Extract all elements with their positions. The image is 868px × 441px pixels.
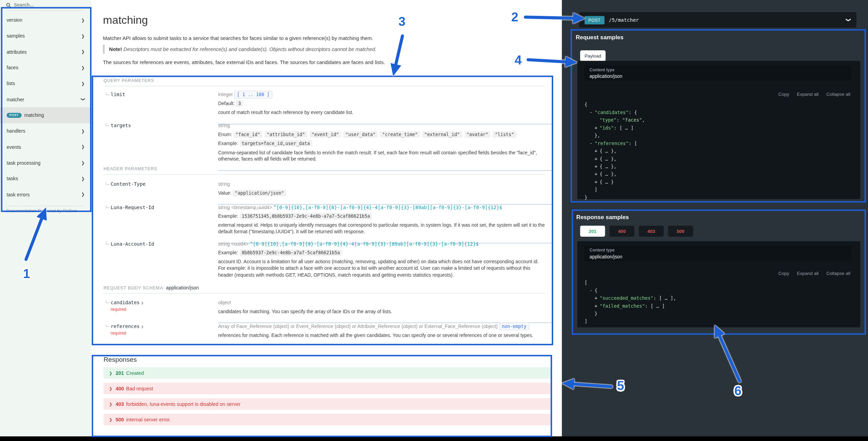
expand-toggle-icon[interactable]: + (595, 164, 597, 169)
expand-toggle-icon[interactable]: + (595, 156, 597, 162)
tab-payload[interactable]: Payload (580, 50, 606, 61)
expand-toggle-icon[interactable]: + (595, 125, 597, 131)
collapse-toggle-icon[interactable]: - (590, 141, 592, 146)
response-row-400[interactable]: ❯400Bad request (103, 383, 552, 394)
expand-toggle-icon[interactable]: + (595, 295, 597, 301)
method-badge: POST (585, 16, 605, 24)
json-punctuation: ] (585, 319, 587, 324)
code-line: +"succeeded_matches": [ … ], (585, 294, 676, 302)
code-action[interactable]: Collapse all (826, 270, 850, 276)
response-sample-tab-201[interactable]: 201 (580, 226, 605, 237)
sidebar-item-handlers[interactable]: handlers❯ (0, 123, 91, 139)
param-type: string <timestamp,uuid4> (218, 205, 272, 210)
tree-tick-icon (106, 242, 110, 244)
collapse-toggle-icon[interactable]: - (590, 288, 592, 293)
sidebar-item-label: handlers (7, 129, 25, 134)
response-code: 201 (116, 370, 124, 376)
responses-section: Responses ❯201Created❯400Bad request❯403… (103, 356, 552, 425)
code-action[interactable]: Expand all (797, 270, 819, 276)
code-line: } (585, 194, 645, 201)
sidebar-item-label: lists (7, 81, 15, 86)
response-sample-json: [-{+"succeeded_matches": [ … ],+"failed_… (585, 279, 676, 325)
main-content: matching Matcher API allows to submit ta… (91, 0, 562, 437)
sidebar-item-label: attributes (7, 49, 27, 54)
expand-toggle-icon[interactable]: + (595, 172, 597, 177)
code-line: } (585, 310, 676, 317)
sidebar-item-label: task errors (7, 192, 30, 197)
sidebar-item-attributes[interactable]: attributes❯ (0, 44, 91, 60)
param-name: limit (111, 92, 125, 97)
sidebar-item-matching[interactable]: POSTmatching (0, 107, 91, 123)
example-label: Example: (218, 250, 238, 256)
sidebar-item-task-processing[interactable]: task processing❯ (0, 155, 91, 171)
json-punctuation: : [ … ] (645, 303, 665, 309)
expand-toggle-icon[interactable]: + (595, 148, 597, 154)
code-action[interactable]: Expand all (797, 91, 819, 97)
expand-toggle-icon[interactable]: + (595, 303, 597, 309)
response-sample-tabs: 201400403500 (580, 226, 693, 237)
sidebar-item-events[interactable]: events❯ (0, 139, 91, 155)
json-punctuation: , (642, 117, 645, 123)
response-text: Created (126, 370, 144, 376)
param-description: external request id. Helps to uniquely i… (218, 223, 545, 236)
field-description: references for matching. Each reference … (218, 332, 545, 339)
response-row-201[interactable]: ❯201Created (103, 367, 552, 379)
expand-chevron-icon[interactable]: ❯ (141, 325, 143, 329)
code-line: "type": "faces", (585, 116, 645, 124)
sidebar-item-label: samples (7, 33, 25, 39)
request-code-actions: CopyExpand allCollapse all (778, 91, 850, 97)
param-row-luna-account-id: Luna-Account-Id string <uuid4> ^[0-9]{10… (103, 241, 552, 286)
code-line: +{ … }, (585, 163, 645, 170)
expand-toggle-icon[interactable]: + (595, 179, 597, 185)
enum-label: Enum: (218, 132, 232, 137)
enum-value-chip: "user_data" (343, 131, 378, 138)
response-sample-tab-500[interactable]: 500 (668, 226, 693, 237)
sidebar-item-tasks[interactable]: tasks❯ (0, 171, 91, 187)
chevron-right-icon: ❯ (81, 129, 84, 133)
tree-tick-icon (106, 324, 110, 327)
code-action[interactable]: Collapse all (826, 91, 850, 97)
code-line: +"failed_matches": [ … ] (585, 302, 676, 309)
intro-text: Matcher API allows to submit tasks to a … (103, 35, 491, 41)
post-method-badge: POST (7, 113, 21, 118)
param-description: count of match result for each reference… (218, 110, 545, 116)
chevron-right-icon: ❯ (81, 49, 84, 54)
json-punctuation: : [ … ] (614, 125, 634, 131)
response-text: internal server error. (126, 417, 171, 422)
response-sample-tab-403[interactable]: 403 (639, 226, 664, 237)
code-line: ] (585, 317, 676, 325)
sidebar-item-lists[interactable]: lists❯ (0, 76, 91, 92)
code-line: +"ids": [ … ] (585, 124, 645, 132)
code-action[interactable]: Copy (778, 91, 789, 97)
sidebar-item-task-errors[interactable]: task errors❯ (0, 187, 91, 203)
request-samples-heading: Request samples (576, 34, 623, 40)
sidebar-item-samples[interactable]: samples❯ (0, 28, 91, 44)
chevron-right-icon: ❯ (81, 81, 84, 86)
field-row-references: references❯ required Array of Face_Refer… (103, 324, 552, 347)
response-sample-tab-400[interactable]: 400 (609, 226, 634, 237)
param-name: Luna-Account-Id (111, 241, 154, 247)
expand-chevron-icon[interactable]: ❯ (141, 301, 143, 305)
field-description: candidates for matching. You can specify… (218, 309, 545, 315)
param-description: account ID. Account is a limitation for … (218, 259, 545, 279)
json-punctuation: : [ … ], (654, 295, 676, 301)
response-row-500[interactable]: ❯500internal server error. (103, 414, 552, 425)
collapse-toggle-icon[interactable]: - (590, 110, 592, 115)
search-input[interactable] (14, 2, 75, 8)
code-line: +{ … }, (585, 147, 645, 155)
sidebar-item-version[interactable]: version❯ (0, 12, 91, 28)
sidebar-item-faces[interactable]: faces❯ (0, 60, 91, 75)
search-icon (6, 2, 11, 7)
example-label: Example: (218, 141, 238, 146)
sidebar-item-label: tasks (7, 176, 18, 182)
request-code-panel: Content type application/json CopyExpand… (577, 61, 860, 199)
json-punctuation: : [ (629, 141, 637, 146)
response-row-403[interactable]: ❯403forbidden, luna-events support is di… (103, 398, 552, 410)
endpoint-bar[interactable]: POST /5/matcher ❯ (579, 12, 856, 28)
param-row-limit: limit integer [ 1 .. 100 ] Default: 3 co… (103, 92, 552, 124)
responses-heading: Responses (103, 356, 552, 363)
redoc-footer-link[interactable]: Documentation Powered by ReDoc (6, 206, 85, 213)
sidebar-item-matcher[interactable]: matcher❯ (0, 92, 91, 107)
chevron-down-icon[interactable]: ❯ (846, 18, 851, 22)
code-action[interactable]: Copy (778, 270, 789, 276)
